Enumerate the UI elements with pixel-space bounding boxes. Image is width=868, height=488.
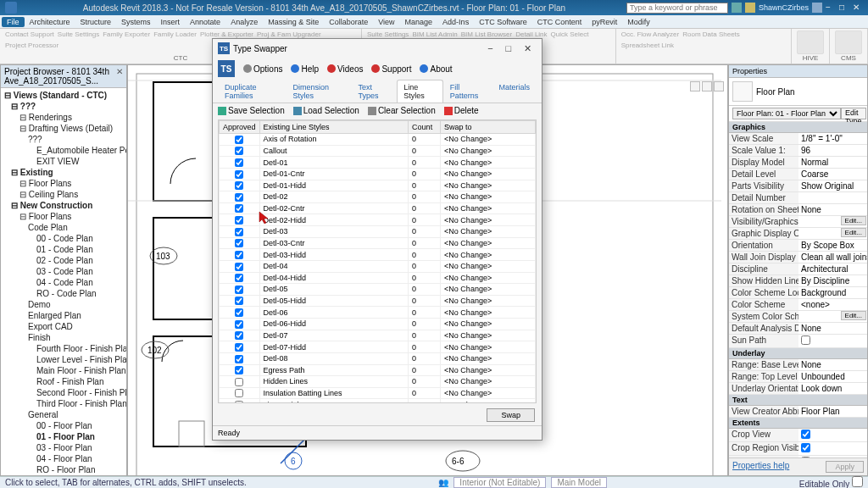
ribbon-bigbtn[interactable] bbox=[835, 30, 862, 54]
approved-checkbox[interactable] bbox=[235, 355, 243, 363]
prop-value[interactable]: Edit... bbox=[798, 216, 867, 227]
grid-header[interactable]: Count bbox=[409, 121, 441, 134]
grid-header[interactable]: Swap to bbox=[441, 121, 536, 134]
tree-node[interactable]: 04 - Code Plan bbox=[1, 277, 126, 288]
approved-checkbox[interactable] bbox=[235, 378, 243, 386]
menu-view[interactable]: View bbox=[373, 17, 399, 27]
grid-cell-swap[interactable]: <No Change> bbox=[441, 180, 536, 191]
model-selector[interactable]: Main Model bbox=[551, 477, 607, 488]
approved-checkbox[interactable] bbox=[235, 401, 243, 403]
prop-value[interactable]: Coarse bbox=[798, 169, 867, 180]
grid-cell-swap[interactable]: <No Change> bbox=[441, 168, 536, 180]
tree-node[interactable]: 03 - Floor Plan bbox=[1, 442, 126, 453]
ribbon-btn[interactable]: Quick Select bbox=[551, 30, 589, 38]
videos-menu[interactable]: Videos bbox=[327, 64, 363, 74]
tree-node[interactable]: ??? bbox=[1, 134, 126, 145]
menu-collaborate[interactable]: Collaborate bbox=[324, 17, 373, 27]
tree-node[interactable]: ⊟ Floor Plans bbox=[1, 178, 126, 189]
approved-checkbox[interactable] bbox=[235, 204, 243, 213]
ribbon-btn[interactable]: Family Loader bbox=[153, 30, 197, 38]
ribbon-btn[interactable]: BIM List Admin bbox=[412, 30, 457, 38]
dialog-close-icon[interactable]: ✕ bbox=[519, 43, 537, 53]
menu-file[interactable]: File bbox=[2, 17, 25, 27]
prop-value[interactable] bbox=[798, 442, 867, 455]
ribbon-btn[interactable]: Suite Settings bbox=[58, 30, 99, 38]
grid-cell-swap[interactable]: <No Change> bbox=[441, 157, 536, 169]
tree-node[interactable]: ⊟ Drafting Views (Detail) bbox=[1, 123, 126, 134]
prop-checkbox[interactable] bbox=[801, 430, 810, 439]
grid-cell-swap[interactable]: <No Change> bbox=[441, 295, 536, 307]
ribbon-btn[interactable]: Detail Link bbox=[515, 30, 547, 38]
menu-pyrevit[interactable]: pyRevit bbox=[587, 17, 622, 27]
dialog-minimize-icon[interactable]: − bbox=[482, 43, 498, 53]
prop-value[interactable]: Show Original bbox=[798, 180, 867, 191]
dialog-maximize-icon[interactable]: □ bbox=[501, 43, 517, 53]
prop-value[interactable]: None bbox=[798, 323, 867, 334]
grid-cell-swap[interactable]: <No Change> bbox=[441, 134, 536, 146]
tree-node[interactable]: 04 - Floor Plan bbox=[1, 453, 126, 464]
prop-section-header[interactable]: Graphics bbox=[729, 122, 867, 133]
edit-type-button[interactable]: Edit Type bbox=[841, 108, 866, 119]
grid-cell-swap[interactable]: <No Change> bbox=[441, 202, 536, 214]
instance-selector[interactable]: Floor Plan: 01 - Floor Plan bbox=[732, 108, 841, 119]
menu-annotate[interactable]: Annotate bbox=[185, 17, 225, 27]
approved-checkbox[interactable] bbox=[235, 216, 243, 225]
minimize-icon[interactable]: − bbox=[826, 3, 836, 13]
approved-checkbox[interactable] bbox=[235, 274, 243, 282]
grid-cell-swap[interactable]: <No Change> bbox=[441, 214, 536, 226]
tree-node[interactable]: Demo bbox=[1, 299, 126, 310]
grid-cell-swap[interactable]: <No Change> bbox=[441, 260, 536, 272]
optbar-icon-1[interactable] bbox=[690, 81, 700, 92]
prop-value[interactable]: By Scope Box bbox=[798, 240, 867, 251]
prop-value[interactable]: 96 bbox=[798, 145, 867, 156]
approved-checkbox[interactable] bbox=[235, 158, 243, 167]
grid-row[interactable]: Detl-050<No Change> bbox=[220, 284, 536, 296]
ribbon-btn[interactable]: Spreadsheet Link bbox=[621, 42, 674, 49]
grid-row[interactable]: Detl-04-Hidd0<No Change> bbox=[220, 272, 536, 284]
prop-edit-button[interactable]: Edit... bbox=[841, 311, 866, 320]
approved-checkbox[interactable] bbox=[235, 320, 243, 329]
ribbon-btn[interactable]: Project Processor bbox=[5, 42, 58, 49]
dialog-tab[interactable]: Dimension Styles bbox=[287, 80, 352, 103]
help-menu[interactable]: Help bbox=[291, 64, 319, 74]
grid-header[interactable]: Existing Line Styles bbox=[259, 121, 409, 134]
menu-add-ins[interactable]: Add-Ins bbox=[437, 17, 474, 27]
approved-checkbox[interactable] bbox=[235, 389, 243, 397]
approved-checkbox[interactable] bbox=[235, 343, 243, 352]
grid-cell-swap[interactable]: <No Change> bbox=[441, 352, 536, 364]
grid-row[interactable]: Detl-01-Hidd0<No Change> bbox=[220, 180, 536, 191]
editable-only-checkbox[interactable] bbox=[852, 476, 863, 487]
grid-row[interactable]: Detl-060<No Change> bbox=[220, 307, 536, 319]
grid-row[interactable]: Detl-080<No Change> bbox=[220, 352, 536, 364]
ribbon-btn[interactable]: Contact Support bbox=[5, 30, 54, 38]
approved-checkbox[interactable] bbox=[235, 170, 243, 179]
menu-insert[interactable]: Insert bbox=[156, 17, 186, 27]
prop-value[interactable] bbox=[798, 192, 867, 203]
prop-value[interactable]: Background bbox=[798, 287, 867, 298]
grid-row[interactable]: Detl-02-Cntr0<No Change> bbox=[220, 202, 536, 214]
ribbon-bigbtn[interactable] bbox=[797, 30, 824, 54]
menu-manage[interactable]: Manage bbox=[400, 17, 438, 27]
prop-value[interactable] bbox=[798, 335, 867, 347]
grid-row[interactable]: Detl-01-Cntr0<No Change> bbox=[220, 168, 536, 180]
grid-row[interactable]: Detl-030<No Change> bbox=[220, 226, 536, 238]
prop-edit-button[interactable]: Edit... bbox=[841, 228, 866, 237]
menu-analyze[interactable]: Analyze bbox=[225, 17, 263, 27]
grid-cell-swap[interactable]: <No Change> bbox=[441, 272, 536, 284]
dialog-tab[interactable]: Duplicate Families bbox=[218, 80, 287, 103]
approved-checkbox[interactable] bbox=[235, 228, 243, 236]
ribbon-btn[interactable]: Room Data Sheets bbox=[682, 30, 740, 38]
prop-edit-button[interactable]: Edit... bbox=[841, 216, 866, 225]
prop-value[interactable]: Architectural bbox=[798, 263, 867, 274]
approved-checkbox[interactable] bbox=[235, 286, 243, 294]
menu-ctc-software[interactable]: CTC Software bbox=[474, 17, 532, 27]
grid-row[interactable]: Hidden Lines0<No Change> bbox=[220, 376, 536, 388]
dialog-tab[interactable]: Line Styles bbox=[397, 80, 443, 103]
prop-value[interactable]: None bbox=[798, 359, 867, 370]
approved-checkbox[interactable] bbox=[235, 331, 243, 340]
prop-value[interactable]: Look down bbox=[798, 383, 867, 394]
tree-node[interactable]: Enlarged Plan bbox=[1, 310, 126, 321]
approved-checkbox[interactable] bbox=[235, 251, 243, 259]
menu-architecture[interactable]: Architecture bbox=[25, 17, 75, 27]
prop-value[interactable]: None bbox=[798, 204, 867, 215]
